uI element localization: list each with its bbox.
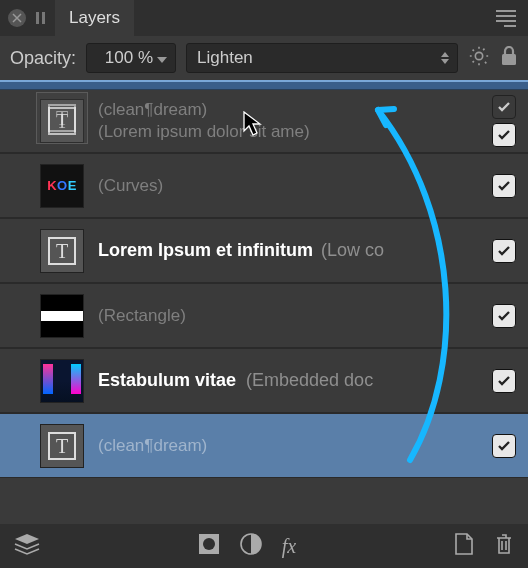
layer-thumbnail[interactable]: KOE xyxy=(40,164,84,208)
layer-subtext: (Embedded doc xyxy=(246,370,373,391)
layer-name: (Rectangle) xyxy=(98,306,478,326)
gear-icon[interactable] xyxy=(468,45,490,72)
layer-name: (Curves) xyxy=(98,176,478,196)
close-icon[interactable] xyxy=(8,9,26,27)
layer-row[interactable]: KOE (Curves) xyxy=(0,153,528,218)
layer-thumbnail[interactable] xyxy=(40,359,84,403)
layer-name: Estabulum vitae xyxy=(98,370,236,391)
layer-row[interactable]: (Rectangle) xyxy=(0,283,528,348)
layer-subtext: (Lorem ipsum dolor sit ame) xyxy=(98,122,478,142)
layer-controls: Opacity: 100 % Lighten xyxy=(0,36,528,80)
layer-row[interactable]: Estabulum vitae (Embedded doc xyxy=(0,348,528,413)
opacity-value: 100 % xyxy=(105,48,153,68)
blend-mode-select[interactable]: Lighten xyxy=(186,43,458,73)
tab-layers[interactable]: Layers xyxy=(55,0,134,36)
panel-menu-icon[interactable] xyxy=(496,10,516,27)
blend-mode-value: Lighten xyxy=(197,48,253,68)
mask-icon[interactable] xyxy=(198,533,220,560)
layer-name: Lorem Ipsum et infinitum xyxy=(98,240,313,261)
visibility-checkbox[interactable] xyxy=(492,434,516,458)
visibility-checkbox[interactable] xyxy=(492,174,516,198)
visibility-checkbox[interactable] xyxy=(492,304,516,328)
tab-label: Layers xyxy=(69,8,120,28)
opacity-label: Opacity: xyxy=(10,48,76,69)
layer-subtext: (Low co xyxy=(321,240,384,261)
layers-list: T (clean¶dream) (Lorem ipsum dolor sit a… xyxy=(0,88,528,478)
panel-footer: fx xyxy=(0,524,528,568)
layer-name: (clean¶dream) xyxy=(98,100,478,120)
opacity-input[interactable]: 100 % xyxy=(86,43,176,73)
fx-icon[interactable]: fx xyxy=(282,535,296,558)
visibility-checkbox[interactable] xyxy=(492,369,516,393)
pause-icon[interactable] xyxy=(36,12,45,24)
adjustment-icon[interactable] xyxy=(240,533,262,560)
layer-row[interactable]: T (clean¶dream) xyxy=(0,413,528,478)
layer-row[interactable]: T Lorem Ipsum et infinitum (Low co xyxy=(0,218,528,283)
svg-rect-0 xyxy=(502,54,516,65)
layer-thumbnail[interactable] xyxy=(40,294,84,338)
svg-text:T: T xyxy=(56,435,68,457)
visibility-checkbox[interactable] xyxy=(492,123,516,147)
layer-thumbnail[interactable]: T xyxy=(40,424,84,468)
visibility-checkbox[interactable] xyxy=(492,239,516,263)
layers-stack-icon[interactable] xyxy=(14,533,40,560)
lock-icon[interactable] xyxy=(500,46,518,71)
cursor-arrow-icon xyxy=(243,111,265,142)
new-layer-icon[interactable] xyxy=(454,532,474,561)
layer-name: (clean¶dream) xyxy=(98,436,478,456)
layer-thumbnail[interactable]: T xyxy=(40,229,84,273)
svg-point-10 xyxy=(203,538,215,550)
visibility-checkbox[interactable] xyxy=(492,95,516,119)
drop-indicator xyxy=(0,80,528,90)
trash-icon[interactable] xyxy=(494,532,514,561)
panel-header: Layers xyxy=(0,0,528,36)
svg-text:T: T xyxy=(56,107,68,129)
svg-text:T: T xyxy=(56,240,68,262)
drag-ghost-thumbnail: T xyxy=(36,92,88,144)
